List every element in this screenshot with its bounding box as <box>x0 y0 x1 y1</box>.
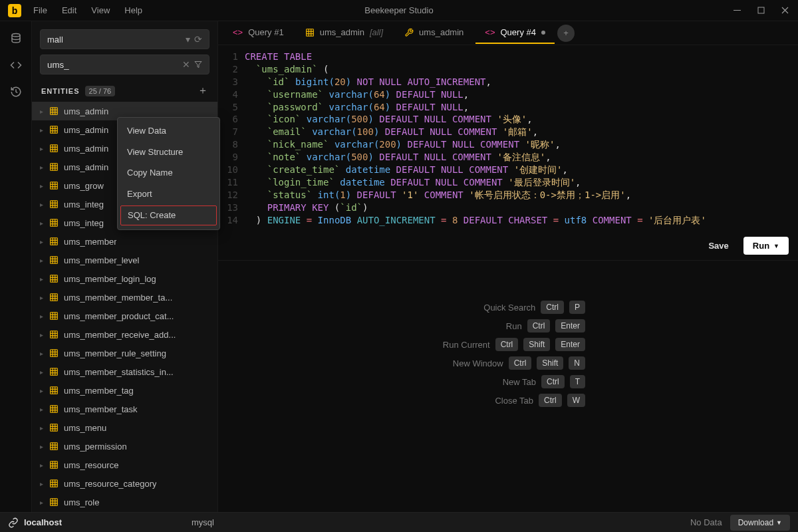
key-badge: W <box>567 394 585 407</box>
chevron-right-icon: ▸ <box>40 294 49 301</box>
chevron-right-icon: ▸ <box>40 108 49 115</box>
svg-rect-23 <box>51 182 58 190</box>
table-row[interactable]: ▸ums_resource <box>32 456 217 474</box>
svg-point-1 <box>12 34 20 37</box>
code-icon[interactable] <box>5 55 27 76</box>
chevron-right-icon: ▸ <box>40 257 49 264</box>
key-badge: Enter <box>555 319 585 332</box>
ctx-export[interactable]: Export <box>118 184 219 205</box>
table-icon <box>49 386 60 395</box>
key-badge: Ctrl <box>541 301 564 314</box>
table-row[interactable]: ▸ums_member_task <box>32 400 217 418</box>
table-row[interactable]: ▸ums_role <box>32 493 217 511</box>
window-close[interactable] <box>774 1 795 20</box>
table-name: ums_resource_category <box>64 479 156 489</box>
table-icon <box>49 125 60 134</box>
svg-rect-43 <box>51 257 58 264</box>
shortcut-row: New WindowCtrl Shift N <box>430 356 585 370</box>
table-row[interactable]: ▸ums_member_product_cat... <box>32 307 217 325</box>
tab-label: ums_admin <box>320 27 364 37</box>
svg-rect-18 <box>51 164 58 171</box>
connection-host: localhost <box>24 517 62 527</box>
table-filter-input[interactable] <box>47 60 178 70</box>
svg-rect-98 <box>51 462 58 469</box>
menu-file[interactable]: File <box>27 3 54 18</box>
database-icon[interactable] <box>5 28 27 49</box>
ctx-view-data[interactable]: View Data <box>118 120 219 142</box>
tab-query--4[interactable]: <>Query #4 <box>475 22 555 44</box>
ctx-view-structure[interactable]: View Structure <box>118 142 219 163</box>
table-row[interactable]: ▸ums_member_statistics_in... <box>32 362 217 381</box>
app-logo: b <box>8 4 21 17</box>
key-badge: N <box>569 356 585 370</box>
table-row[interactable]: ▸ums_member_receive_add... <box>32 325 217 344</box>
svg-rect-108 <box>51 499 58 506</box>
table-icon <box>49 367 60 376</box>
key-badge: P <box>569 301 585 314</box>
svg-rect-13 <box>51 145 58 152</box>
menu-view[interactable]: View <box>84 3 116 18</box>
table-row[interactable]: ▸ums_member_rule_setting <box>32 344 217 362</box>
tab-label: Query #4 <box>501 27 536 37</box>
table-name: ums_menu <box>64 423 106 433</box>
sql-editor[interactable]: 1234567891011121314 CREATE TABLE `ums_ad… <box>218 45 798 231</box>
table-row[interactable]: ▸ums_menu <box>32 418 217 437</box>
database-name: mall <box>47 35 182 45</box>
menu-edit[interactable]: Edit <box>55 3 83 18</box>
save-button[interactable]: Save <box>699 237 737 255</box>
menu-help[interactable]: Help <box>118 3 149 18</box>
table-row[interactable]: ▸ums_member_tag <box>32 381 217 400</box>
svg-marker-2 <box>195 62 201 68</box>
ctx-copy-name[interactable]: Copy Name <box>118 162 219 184</box>
filter-icon[interactable] <box>194 61 202 68</box>
table-row[interactable]: ▸ums_member_login_log <box>32 269 217 288</box>
table-name: ums_grow <box>64 181 104 191</box>
table-icon <box>49 274 60 283</box>
ctx-sql-create[interactable]: SQL: Create <box>120 205 217 225</box>
clear-filter-icon[interactable]: ✕ <box>182 59 190 70</box>
svg-rect-103 <box>51 480 58 487</box>
new-tab-button[interactable]: + <box>557 25 575 42</box>
table-name: ums_permission <box>64 442 127 452</box>
tab-ums-admin[interactable]: ums_admin [all] <box>296 22 392 44</box>
run-button[interactable]: Run▼ <box>743 237 789 255</box>
svg-rect-8 <box>51 126 58 134</box>
window-maximize[interactable] <box>750 1 771 20</box>
table-icon <box>49 237 60 246</box>
table-name: ums_member_rule_setting <box>64 348 166 358</box>
tab-label: Query #1 <box>248 27 283 37</box>
table-name: ums_admin <box>64 144 108 154</box>
chevron-right-icon: ▸ <box>40 368 49 376</box>
table-name: ums_member_task <box>64 404 138 414</box>
query-icon: <> <box>485 27 495 37</box>
shortcut-row: Close TabCtrl W <box>460 394 585 407</box>
table-icon <box>49 162 60 172</box>
download-button[interactable]: Download ▼ <box>730 515 790 531</box>
tab-query--1[interactable]: <>Query #1 <box>223 22 293 44</box>
chevron-right-icon: ▸ <box>40 275 49 283</box>
tab-ums-admin[interactable]: ums_admin <box>395 22 473 44</box>
table-icon <box>49 442 60 451</box>
chevron-right-icon: ▸ <box>40 350 49 357</box>
table-row[interactable]: ▸ums_member_level <box>32 251 217 269</box>
chevron-right-icon: ▸ <box>40 219 49 227</box>
table-filter[interactable]: ✕ <box>40 55 209 74</box>
add-entity-button[interactable]: ＋ <box>198 84 208 98</box>
refresh-icon[interactable]: ⟳ <box>194 34 202 45</box>
database-select[interactable]: mall ▾ ⟳ <box>40 29 209 49</box>
chevron-right-icon: ▸ <box>40 182 49 190</box>
table-name: ums_admin <box>64 106 108 116</box>
svg-rect-93 <box>51 443 58 450</box>
shortcut-label: Quick Search <box>462 303 535 313</box>
table-row[interactable]: ▸ums_member <box>32 232 217 251</box>
table-row[interactable]: ▸ums_resource_category <box>32 474 217 493</box>
table-row[interactable]: ▸ums_member_member_ta... <box>32 288 217 307</box>
table-icon <box>49 255 60 265</box>
chevron-right-icon: ▸ <box>40 331 49 338</box>
history-icon[interactable] <box>5 81 27 102</box>
window-minimize[interactable] <box>726 1 747 20</box>
key-badge: Enter <box>555 338 585 351</box>
table-row[interactable]: ▸ums_permission <box>32 437 217 456</box>
table-icon <box>49 497 60 507</box>
chevron-right-icon: ▸ <box>40 126 49 134</box>
